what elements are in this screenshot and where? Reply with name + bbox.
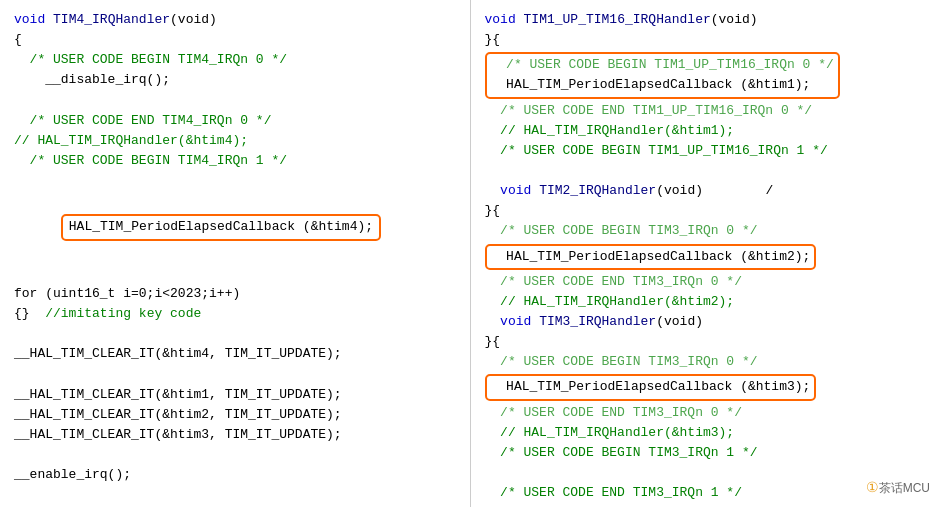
code-line	[485, 463, 927, 483]
code-line	[14, 91, 456, 111]
code-line: HAL_TIM_PeriodElapsedCallback (&htim1);	[491, 75, 834, 95]
code-line: /* USER CODE BEGIN TIM3_IRQn 1 */	[485, 443, 927, 463]
code-line: void TIM2_IRQHandler(void) /	[485, 181, 927, 201]
watermark: ①茶话MCU	[866, 479, 930, 497]
code-line: __HAL_TIM_CLEAR_IT(&htim3, TIM_IT_UPDATE…	[14, 425, 456, 445]
code-line: HAL_TIM_PeriodElapsedCallback (&htim2);	[491, 247, 811, 267]
code-line: /* USER CODE BEGIN TIM4_IRQn 1 */	[14, 151, 456, 171]
code-line: for (uint16_t i=0;i<2023;i++)	[14, 284, 456, 304]
code-line	[14, 324, 456, 344]
code-line: void TIM1_UP_TIM16_IRQHandler(void)	[485, 10, 927, 30]
code-line	[14, 364, 456, 384]
code-line	[485, 161, 927, 181]
code-line: // HAL_TIM_IRQHandler(&htim3);	[485, 423, 927, 443]
code-line	[14, 171, 456, 191]
code-line: }{	[485, 201, 927, 221]
code-line	[14, 264, 456, 284]
code-line: __enable_irq();	[14, 465, 456, 485]
code-line: /* USER CODE END TIM1_UP_TIM16_IRQn 0 */	[485, 101, 927, 121]
code-line: }	[485, 503, 927, 507]
highlight-block-1: /* USER CODE BEGIN TIM1_UP_TIM16_IRQn 0 …	[485, 52, 840, 98]
code-line: /* USER CODE BEGIN TIM3_IRQn 0 */	[485, 221, 927, 241]
code-line: __disable_irq();	[14, 70, 456, 90]
highlight-block-2: HAL_TIM_PeriodElapsedCallback (&htim2);	[485, 244, 817, 270]
code-line: /* USER CODE END TIM4_IRQn 0 */	[14, 111, 456, 131]
code-line: }{	[485, 332, 927, 352]
code-line: /* USER CODE BEGIN TIM4_IRQn 0 */	[14, 50, 456, 70]
code-line: // HAL_TIM_IRQHandler(&htim1);	[485, 121, 927, 141]
code-line: {} //imitating key code	[14, 304, 456, 324]
code-line: void TIM3_IRQHandler(void)	[485, 312, 927, 332]
code-line	[14, 445, 456, 465]
code-line: /* USER CODE END TIM3_IRQn 0 */	[485, 403, 927, 423]
highlight-block-3: HAL_TIM_PeriodElapsedCallback (&htim3);	[485, 374, 817, 400]
code-line: /* USER CODE BEGIN TIM1_UP_TIM16_IRQn 1 …	[485, 141, 927, 161]
code-line: {	[14, 30, 456, 50]
left-code-panel: void TIM4_IRQHandler(void) { /* USER COD…	[0, 0, 471, 507]
code-line: __HAL_TIM_CLEAR_IT(&htim2, TIM_IT_UPDATE…	[14, 405, 456, 425]
right-code-panel: void TIM1_UP_TIM16_IRQHandler(void) }{ /…	[471, 0, 941, 507]
main-container: void TIM4_IRQHandler(void) { /* USER COD…	[0, 0, 940, 507]
code-line	[14, 485, 456, 505]
highlight-line-1: HAL_TIM_PeriodElapsedCallback (&htim4);	[14, 194, 456, 260]
code-line: void TIM4_IRQHandler(void)	[14, 10, 456, 30]
code-line: // HAL_TIM_IRQHandler(&htim4);	[14, 131, 456, 151]
code-line: /* USER CODE END TIM3_IRQn 0 */	[485, 272, 927, 292]
code-line: /* USER CODE BEGIN TIM3_IRQn 0 */	[485, 352, 927, 372]
code-line: __HAL_TIM_CLEAR_IT(&htim1, TIM_IT_UPDATE…	[14, 385, 456, 405]
code-line: HAL_TIM_PeriodElapsedCallback (&htim3);	[491, 377, 811, 397]
code-line: // HAL_TIM_IRQHandler(&htim2);	[485, 292, 927, 312]
code-line: }{	[485, 30, 927, 50]
code-line: __HAL_TIM_CLEAR_IT(&htim4, TIM_IT_UPDATE…	[14, 344, 456, 364]
code-line: /* USER CODE BEGIN TIM1_UP_TIM16_IRQn 0 …	[491, 55, 834, 75]
code-line: /* USER CODE END TIM3_IRQn 1 */	[485, 483, 927, 503]
